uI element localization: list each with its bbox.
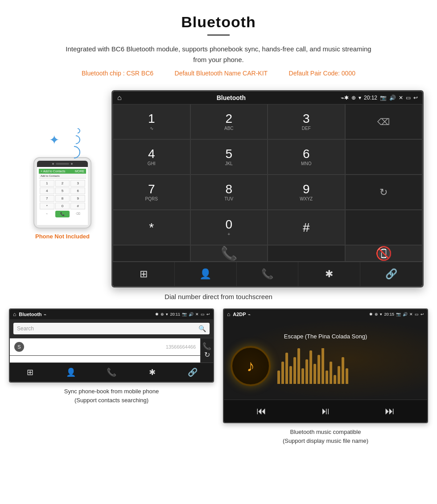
music-note-icon: ♪ xyxy=(247,357,255,375)
dial-sub-2: ABC xyxy=(224,126,234,131)
vis-bar xyxy=(301,368,304,384)
phone-voicemail: ⌁ xyxy=(40,211,54,217)
main-screen-section: ✦ + Add to Contacts MORE Add to Contacts xyxy=(0,90,437,287)
music-close-icon[interactable]: ✕ xyxy=(409,312,413,317)
phone-key-2[interactable]: 2 xyxy=(55,180,70,187)
phone-contact-bar: Add to Contacts xyxy=(39,174,86,179)
dial-digit-0: 0 xyxy=(225,218,232,231)
bottom-keypad-btn[interactable]: ⊞ xyxy=(113,262,175,286)
bt-status-icon: ✱ xyxy=(344,95,349,101)
pb-time: 20:11 xyxy=(170,312,180,317)
dial-screen-title: Bluetooth xyxy=(126,94,336,101)
back-icon[interactable]: ↩ xyxy=(413,95,418,101)
dial-call-empty2 xyxy=(268,245,345,262)
next-btn[interactable]: ⏭ xyxy=(385,405,395,417)
music-home-icon[interactable]: ⌂ xyxy=(227,311,230,317)
dial-sub-8: TUV xyxy=(224,196,233,201)
dial-digit-2: 2 xyxy=(225,112,232,125)
header-specs: Bluetooth chip : CSR BC6 Default Bluetoo… xyxy=(27,70,410,77)
dial-key-0[interactable]: 0 + xyxy=(190,210,268,245)
dial-pad: 1 ∿ 2 ABC 3 DEF ⌫ 4 GHI 5 JKL xyxy=(113,104,422,262)
dial-key-star[interactable]: * xyxy=(113,210,190,245)
dial-digit-9: 9 xyxy=(303,183,310,196)
vis-bar xyxy=(297,348,300,384)
bottom-link-btn[interactable]: 🔗 xyxy=(360,262,422,286)
dial-key-1[interactable]: 1 ∿ xyxy=(113,104,190,139)
music-back-icon[interactable]: ↩ xyxy=(421,312,424,317)
pb-bottom-bt-btn[interactable]: ✱ xyxy=(132,363,173,382)
music-body: Escape (The Pina Colada Song) ♪ xyxy=(224,319,427,400)
pb-bottom-person-btn[interactable]: 👤 xyxy=(50,363,91,382)
dial-key-2[interactable]: 2 ABC xyxy=(190,104,268,139)
dial-call-red[interactable]: 📵 xyxy=(345,245,423,262)
bluetooth-icon: ✦ xyxy=(49,133,59,147)
vis-bar xyxy=(346,368,348,384)
phone-key-8[interactable]: 8 xyxy=(55,195,70,202)
pb-close-icon[interactable]: ✕ xyxy=(195,312,199,317)
pb-contact-avatar: S xyxy=(14,342,24,352)
vis-bar xyxy=(285,353,288,384)
dial-key-7[interactable]: 7 PQRS xyxy=(113,175,190,210)
dial-key-9[interactable]: 9 WXYZ xyxy=(268,175,345,210)
phone-key-6[interactable]: 6 xyxy=(70,187,85,194)
pb-contact-item[interactable]: S Seicane 13566664466 xyxy=(10,338,200,356)
phone-key-5[interactable]: 5 xyxy=(55,187,70,194)
dial-key-6[interactable]: 6 MNO xyxy=(268,139,345,175)
music-win-icon[interactable]: ▭ xyxy=(415,312,419,317)
dial-digit-6: 6 xyxy=(303,148,310,160)
header-description: Integrated with BC6 Bluetooth module, su… xyxy=(62,44,375,65)
bottom-bt-btn[interactable]: ✱ xyxy=(298,262,360,286)
dial-key-3[interactable]: 3 DEF xyxy=(268,104,345,139)
phone-key-7[interactable]: 7 xyxy=(40,195,54,202)
pb-bottom-grid-btn[interactable]: ⊞ xyxy=(10,363,50,382)
play-pause-btn[interactable]: ⏯ xyxy=(321,405,330,417)
dial-home-icon[interactable]: ⌂ xyxy=(117,94,122,102)
music-bt-icon: ✱ xyxy=(369,312,373,317)
prev-btn[interactable]: ⏮ xyxy=(256,405,266,417)
dial-key-4[interactable]: 4 GHI xyxy=(113,139,190,175)
bottom-contacts-btn[interactable]: 👤 xyxy=(175,262,237,286)
pb-home-icon[interactable]: ⌂ xyxy=(13,311,16,317)
dial-digit-8: 8 xyxy=(225,183,232,196)
dial-key-5[interactable]: 5 JKL xyxy=(190,139,268,175)
phone-key-9[interactable]: 9 xyxy=(70,195,85,202)
pb-contact-list: S Seicane 13566664466 xyxy=(10,338,200,362)
pb-right-phone-icon[interactable]: 📞 xyxy=(202,342,211,350)
pb-bottom-link-btn[interactable]: 🔗 xyxy=(173,363,213,382)
spec-chip: Bluetooth chip : CSR BC6 xyxy=(82,70,153,77)
window-icon[interactable]: ▭ xyxy=(406,95,411,101)
phone-key-3[interactable]: 3 xyxy=(70,180,85,187)
phone-key-hash[interactable]: # xyxy=(70,203,85,209)
pb-right-refresh-icon[interactable]: ↻ xyxy=(204,350,210,359)
phone-call-button[interactable]: 📞 xyxy=(55,211,70,217)
vis-bar xyxy=(281,362,284,384)
phone-key-1[interactable]: 1 xyxy=(40,180,54,187)
pb-back-icon[interactable]: ↩ xyxy=(206,312,210,317)
phone-key-star[interactable]: * xyxy=(40,203,54,209)
phone-bottom-row: ⌁ 📞 ⌫ xyxy=(39,211,86,218)
dial-call-green[interactable]: 📞 xyxy=(190,245,268,262)
pb-win-icon[interactable]: ▭ xyxy=(201,312,205,317)
vis-bar xyxy=(305,359,308,384)
music-caption-line1: Bluetooth music compatible xyxy=(225,428,426,437)
pb-bottom-phone-btn[interactable]: 📞 xyxy=(91,363,132,382)
phone-mockup: + Add to Contacts MORE Add to Contacts 1… xyxy=(33,157,91,229)
close-icon[interactable]: ✕ xyxy=(399,95,403,101)
dial-sub-3: DEF xyxy=(302,126,311,131)
dial-key-backspace[interactable]: ⌫ xyxy=(345,104,423,139)
dial-key-refresh[interactable]: ↻ xyxy=(345,175,423,210)
music-album-art: ♪ xyxy=(231,346,271,386)
dial-key-8[interactable]: 8 TUV xyxy=(190,175,268,210)
pb-search-bar: Search 🔍 xyxy=(10,319,213,338)
phone-backspace[interactable]: ⌫ xyxy=(70,211,85,217)
vis-bar xyxy=(309,350,312,384)
phone-key-4[interactable]: 4 xyxy=(40,187,54,194)
bottom-call-btn[interactable]: 📞 xyxy=(237,262,299,286)
phone-key-0[interactable]: 0 xyxy=(55,203,70,209)
dial-key-hash[interactable]: # xyxy=(268,210,345,245)
dial-call-empty xyxy=(113,245,190,262)
dial-key-empty-r2 xyxy=(345,139,423,175)
phone-top-bar xyxy=(37,161,88,167)
pb-search-field[interactable]: Search 🔍 xyxy=(13,323,210,334)
music-vol-icon: 🔊 xyxy=(403,312,408,317)
